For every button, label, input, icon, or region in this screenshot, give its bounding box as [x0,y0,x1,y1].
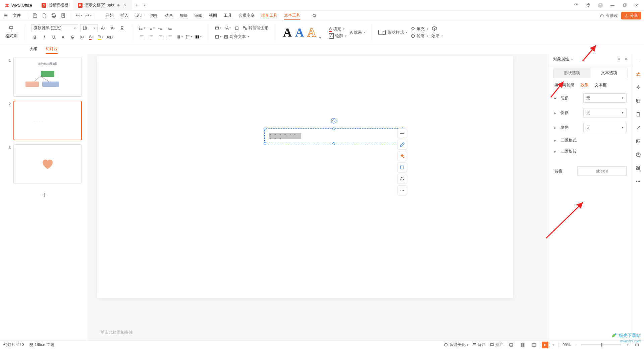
share-button[interactable]: 分享 [621,12,641,19]
text-direction-icon[interactable] [176,33,183,41]
columns-icon[interactable] [195,33,202,41]
highlight-icon[interactable]: ✎ [97,34,104,41]
clipboard-icon[interactable] [635,111,642,118]
avatar-icon[interactable] [597,2,604,9]
font-size-select[interactable]: 18▾ [80,24,98,32]
resize-handle-n[interactable] [332,128,335,130]
float-paint-icon[interactable] [397,151,407,161]
reflect-select[interactable]: 无▾ [583,108,627,117]
tabs-dropdown[interactable]: ▾ [142,3,148,7]
underline-icon[interactable]: U [50,34,57,41]
close-window-icon[interactable]: ✕ [633,2,640,9]
italic-icon[interactable]: I [41,34,48,41]
cloud-revise[interactable]: 有修改 [600,13,618,18]
align-left-icon[interactable] [138,33,146,41]
close-tab-icon[interactable]: × [123,3,127,8]
sparkle-icon[interactable] [635,84,642,91]
strike-icon[interactable]: S [69,34,76,41]
subtab-textbox[interactable]: 文本框 [595,82,607,88]
bullets-icon[interactable] [138,24,146,32]
notes-area[interactable]: 单击此处添加备注 [97,327,445,338]
wordart-style-1[interactable]: A [283,26,292,40]
shape-outline-button[interactable]: 轮廓 [411,33,428,39]
numbering-icon[interactable] [148,24,155,32]
increase-font-icon[interactable]: A+ [100,24,107,32]
view-normal-icon[interactable] [507,341,515,349]
tab-member[interactable]: 会员专享 [238,11,255,20]
align-center-icon[interactable] [148,33,155,41]
slide-thumbnail-3[interactable] [13,144,82,184]
wordart-style-3[interactable]: A [307,26,316,40]
float-rect-icon[interactable] [397,162,407,172]
outline-tab[interactable]: 大纲 [30,45,38,53]
new-tab-button[interactable]: ＋ [132,2,142,9]
align-text-button[interactable]: 对齐文本 [224,34,249,40]
print-icon[interactable] [50,12,57,19]
app-tab-wps[interactable]: WPS Office [0,0,37,11]
search-icon[interactable] [311,12,318,19]
superscript-icon[interactable]: X² [78,34,86,41]
app-tab-templates[interactable]: D 找稻壳模板 [37,0,73,11]
subtab-effects[interactable]: 效果 [581,82,589,88]
shape-3d-button[interactable] [431,26,443,32]
tab-transition[interactable]: 切换 [150,11,158,20]
text-box-icon[interactable] [214,24,222,32]
slides-tab[interactable]: 幻灯片 [46,45,58,54]
expand-3dformat-icon[interactable]: ▸ [554,139,558,142]
image-icon[interactable] [635,138,642,145]
more-icon[interactable]: ••• [635,178,642,185]
font-family-select[interactable]: 微软雅黑 (正文)▾ [31,24,78,32]
view-sorter-icon[interactable] [519,341,526,349]
print2-icon[interactable] [59,12,67,19]
play-slideshow-button[interactable] [542,342,548,348]
resize-handle-nw[interactable] [264,128,266,130]
resize-handle-sw[interactable] [264,142,266,145]
hamburger-icon[interactable]: ☰ [3,13,9,18]
shadow-select[interactable]: 无▾ [583,93,627,103]
settings-icon[interactable] [635,70,642,78]
tab-animation[interactable]: 动画 [165,11,173,20]
convert-smart-shape[interactable]: 转智能图形 [243,25,269,31]
dedent-icon[interactable] [157,24,164,32]
help-icon[interactable] [635,151,642,158]
wordart-styles[interactable]: A A A ▾ [281,26,323,40]
change-case-icon[interactable]: Aa [106,34,114,41]
selected-textbox[interactable]: - - - - - - - - - [265,129,402,144]
tab-tools[interactable]: 工具 [224,11,232,20]
rotate-handle[interactable] [331,118,336,123]
zoom-slider[interactable] [581,344,621,345]
shape-style-button[interactable]: 形状样式 [378,30,407,36]
wordart-style-2[interactable]: A [295,26,304,40]
resize-handle-s[interactable] [332,142,335,145]
indent-icon[interactable] [166,24,174,32]
zoom-level[interactable]: 99% [562,343,571,347]
decrease-font-icon[interactable]: A- [109,24,116,32]
transform-select[interactable]: abcde▾ [577,166,627,176]
justify-icon[interactable] [166,33,174,41]
shape-effects-button[interactable]: 效果 [431,33,443,39]
tab-drawing-tools[interactable]: 绘图工具 [261,11,277,20]
app-tab-document[interactable]: P 演示文稿(2).pptx × [73,0,132,11]
theme-indicator[interactable]: Office 主题 [29,342,54,348]
float-tools-icon[interactable] [397,174,407,184]
notes-toggle[interactable]: ☰ 备注 [473,342,486,348]
beautify-button[interactable]: 智能美化▾ [444,342,469,348]
slide-canvas[interactable]: - - - - - - - - - [97,56,513,298]
tab-insert[interactable]: 插入 [120,11,128,20]
bold-icon[interactable]: B [31,34,39,41]
pin-icon[interactable] [617,57,621,62]
text-highlight[interactable]: - - - - - - - - - [269,133,301,139]
print-preview-icon[interactable] [41,12,48,19]
tab-design[interactable]: 设计 [135,11,143,20]
glow-select[interactable]: 无▾ [583,123,627,132]
slide-thumbnail-2[interactable]: - - - - [13,101,82,140]
vertical-text-icon[interactable]: ↕A [224,24,231,32]
text-outline-button[interactable]: A轮廓 [329,33,346,39]
line-spacing-icon[interactable] [185,33,193,41]
shape-options-tab[interactable]: 形状选项 [553,68,591,78]
slide-thumbnail-1[interactable]: 服务政处类现场图 [13,57,82,97]
float-more-icon[interactable]: ⋯ [397,185,407,195]
collapse-right-icon[interactable]: — [635,57,642,64]
redo-button[interactable] [85,12,92,19]
clear-format-icon[interactable] [118,24,126,32]
